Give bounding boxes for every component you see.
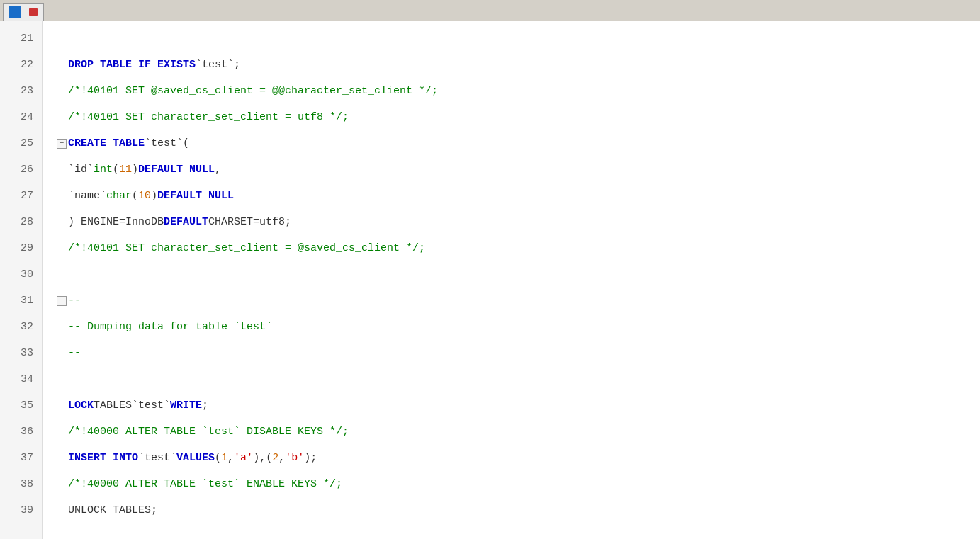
code-line: /*!40101 SET character_set_client = utf8… bbox=[57, 104, 980, 130]
code-token: `name` bbox=[68, 183, 106, 209]
code-token: `test` bbox=[145, 130, 183, 157]
line-number: 25 bbox=[0, 130, 42, 157]
code-line bbox=[57, 25, 980, 52]
fold-marker[interactable]: − bbox=[57, 296, 67, 306]
code-token: -- bbox=[68, 340, 81, 366]
code-token: ; bbox=[202, 392, 208, 419]
code-token: ( bbox=[183, 130, 189, 157]
line-number: 26 bbox=[0, 157, 42, 183]
line-number: 27 bbox=[0, 183, 42, 209]
code-token: DEFAULT NULL bbox=[157, 183, 234, 209]
code-editor[interactable]: DROP TABLE IF EXISTS `test`;/*!40101 SET… bbox=[43, 21, 980, 539]
code-line: /*!40000 ALTER TABLE `test` DISABLE KEYS… bbox=[57, 419, 980, 445]
code-token: ),( bbox=[253, 445, 272, 471]
code-token: , bbox=[215, 157, 221, 183]
code-line bbox=[57, 366, 980, 392]
line-number: 36 bbox=[0, 419, 42, 445]
code-token: UNLOCK TABLES; bbox=[68, 497, 157, 523]
code-token: 10 bbox=[138, 183, 151, 209]
fold-marker[interactable]: − bbox=[57, 139, 67, 149]
code-token: 1 bbox=[221, 445, 227, 471]
code-token: `test` bbox=[138, 445, 176, 471]
code-line: −-- bbox=[57, 288, 980, 314]
code-token: -- bbox=[68, 288, 81, 314]
line-number: 29 bbox=[0, 235, 42, 261]
code-line: INSERT INTO `test` VALUES (1,'a'),(2,'b'… bbox=[57, 445, 980, 471]
code-line: -- Dumping data for table `test` bbox=[57, 314, 980, 340]
code-token: ) bbox=[151, 183, 157, 209]
file-tab[interactable] bbox=[3, 3, 44, 21]
line-number: 30 bbox=[0, 261, 42, 288]
code-token: 'b' bbox=[285, 445, 304, 471]
code-token: /*!40101 SET character_set_client = @sav… bbox=[68, 235, 425, 261]
code-line: DROP TABLE IF EXISTS `test`; bbox=[57, 52, 980, 78]
code-token: ); bbox=[304, 445, 317, 471]
code-token: CREATE TABLE bbox=[68, 130, 145, 157]
code-token: ( bbox=[215, 445, 221, 471]
code-line: −CREATE TABLE `test` ( bbox=[57, 130, 980, 157]
line-number: 22 bbox=[0, 52, 42, 78]
code-token: /*!40000 ALTER TABLE `test` ENABLE KEYS … bbox=[68, 471, 342, 497]
code-token: /*!40101 SET character_set_client = utf8… bbox=[68, 104, 349, 130]
code-token: DEFAULT NULL bbox=[138, 157, 215, 183]
line-number: 37 bbox=[0, 445, 42, 471]
line-numbers-gutter: 21222324252627282930313233343536373839 bbox=[0, 21, 43, 539]
line-number: 24 bbox=[0, 104, 42, 130]
code-token: /*!40000 ALTER TABLE `test` DISABLE KEYS… bbox=[68, 419, 349, 445]
code-token: 11 bbox=[119, 157, 132, 183]
code-token: `test` bbox=[196, 52, 234, 78]
line-number: 33 bbox=[0, 340, 42, 366]
code-line: UNLOCK TABLES; bbox=[57, 497, 980, 523]
code-token: LOCK bbox=[68, 392, 94, 419]
code-token: VALUES bbox=[176, 445, 215, 471]
line-number: 23 bbox=[0, 78, 42, 104]
code-token: ) bbox=[132, 157, 138, 183]
line-number: 35 bbox=[0, 392, 42, 419]
code-token: , bbox=[227, 445, 234, 471]
code-token: TABLES bbox=[94, 392, 132, 419]
sql-file-icon bbox=[9, 6, 21, 18]
code-token: ; bbox=[234, 52, 240, 78]
code-line: `name` char(10) DEFAULT NULL bbox=[57, 183, 980, 209]
code-token: CHARSET=utf8; bbox=[208, 209, 291, 235]
code-token: , bbox=[278, 445, 285, 471]
line-number: 32 bbox=[0, 314, 42, 340]
code-line: /*!40101 SET character_set_client = @sav… bbox=[57, 235, 980, 261]
tab-close-button[interactable] bbox=[29, 8, 38, 16]
code-token: `id` bbox=[68, 157, 94, 183]
code-token: ( bbox=[132, 183, 138, 209]
code-line: ) ENGINE=InnoDB DEFAULT CHARSET=utf8; bbox=[57, 209, 980, 235]
code-token: DROP TABLE IF EXISTS bbox=[68, 52, 196, 78]
code-token: INSERT INTO bbox=[68, 445, 138, 471]
code-token: int bbox=[94, 157, 113, 183]
code-token: ( bbox=[113, 157, 119, 183]
line-number: 38 bbox=[0, 471, 42, 497]
line-number: 31 bbox=[0, 288, 42, 314]
code-line: LOCK TABLES `test` WRITE; bbox=[57, 392, 980, 419]
code-token: 'a' bbox=[234, 445, 253, 471]
main-window: 21222324252627282930313233343536373839 D… bbox=[0, 0, 980, 539]
code-token: /*!40101 SET @saved_cs_client = @@charac… bbox=[68, 78, 438, 104]
code-token: char bbox=[106, 183, 132, 209]
code-token: ) ENGINE=InnoDB bbox=[68, 209, 164, 235]
code-token: -- Dumping data for table `test` bbox=[68, 314, 272, 340]
line-number: 34 bbox=[0, 366, 42, 392]
line-number: 28 bbox=[0, 209, 42, 235]
code-token: WRITE bbox=[170, 392, 202, 419]
code-line: `id` int(11) DEFAULT NULL, bbox=[57, 157, 980, 183]
code-token: 2 bbox=[272, 445, 278, 471]
code-token: `test` bbox=[132, 392, 170, 419]
tab-bar bbox=[0, 0, 980, 21]
code-line: /*!40101 SET @saved_cs_client = @@charac… bbox=[57, 78, 980, 104]
code-token: DEFAULT bbox=[164, 209, 208, 235]
code-line: /*!40000 ALTER TABLE `test` ENABLE KEYS … bbox=[57, 471, 980, 497]
line-number: 21 bbox=[0, 25, 42, 52]
line-number: 39 bbox=[0, 497, 42, 523]
code-line: -- bbox=[57, 340, 980, 366]
editor-area: 21222324252627282930313233343536373839 D… bbox=[0, 21, 980, 539]
code-line bbox=[57, 261, 980, 288]
